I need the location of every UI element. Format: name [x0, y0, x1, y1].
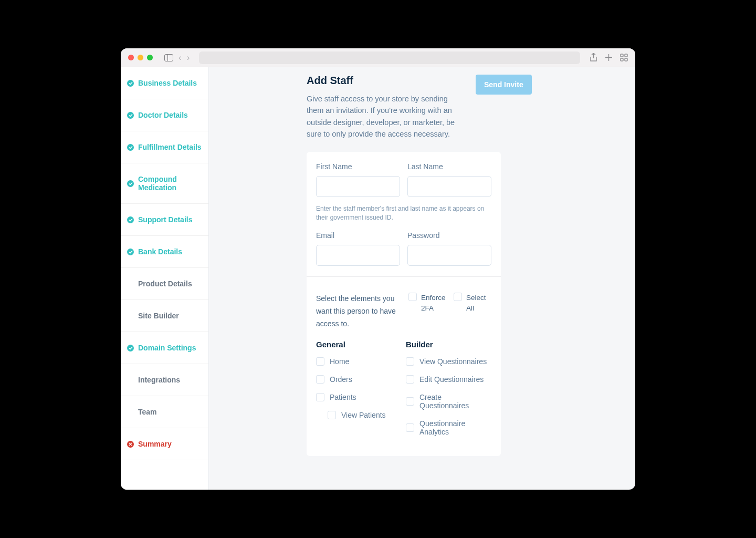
permission-group-builder: BuilderView QuestionnairesEdit Questionn…: [406, 340, 491, 446]
sidebar-item-label: Fulfillment Details: [138, 143, 202, 151]
permission-item: Questionnaire Analytics: [406, 419, 491, 436]
permission-item: Patients: [316, 393, 402, 401]
error-icon: [127, 441, 134, 448]
toolbar-right: [590, 53, 628, 62]
permission-checkbox[interactable]: [316, 357, 324, 366]
permission-checkbox[interactable]: [406, 397, 414, 406]
forward-button[interactable]: ›: [187, 53, 190, 62]
check-icon: [127, 112, 134, 119]
permission-group-title: General: [316, 340, 402, 349]
new-tab-icon[interactable]: [605, 54, 613, 61]
sidebar: Business DetailsDoctor DetailsFulfillmen…: [121, 67, 209, 490]
sidebar-item-label: Domain Settings: [138, 344, 196, 352]
sidebar-item-label: Integrations: [138, 376, 180, 384]
maximize-window-button[interactable]: [147, 55, 153, 60]
select-all-label: Select All: [466, 293, 491, 313]
tabs-overview-icon[interactable]: [620, 54, 628, 61]
permission-checkbox[interactable]: [328, 411, 336, 419]
sidebar-item-label: Product Details: [138, 280, 192, 288]
permission-item: Orders: [316, 375, 402, 384]
content-area: Business DetailsDoctor DetailsFulfillmen…: [121, 67, 635, 490]
sidebar-item-label: Bank Details: [138, 247, 182, 256]
toolbar-nav: ‹ ›: [164, 53, 190, 62]
permission-checkbox[interactable]: [406, 357, 414, 366]
enforce-2fa-checkbox[interactable]: [408, 293, 417, 301]
password-label: Password: [407, 231, 491, 240]
back-button[interactable]: ‹: [178, 53, 182, 62]
sidebar-item-bank-details[interactable]: Bank Details: [121, 236, 208, 268]
permission-label: View Questionnaires: [419, 357, 487, 366]
sidebar-item-label: Compound Medication: [138, 175, 202, 192]
sidebar-item-label: Team: [138, 408, 157, 416]
send-invite-button[interactable]: Send Invite: [476, 75, 532, 95]
permission-label: View Patients: [341, 411, 386, 419]
check-icon: [127, 249, 134, 255]
first-name-input[interactable]: [316, 176, 400, 197]
sidebar-item-support-details[interactable]: Support Details: [121, 204, 208, 236]
page-description: Give staff access to your store by sendi…: [307, 93, 459, 140]
permission-checkbox[interactable]: [406, 423, 414, 432]
check-icon: [127, 180, 134, 187]
check-icon: [127, 80, 134, 87]
password-input[interactable]: [407, 245, 491, 266]
main-panel: Add Staff Give staff access to your stor…: [209, 67, 635, 490]
sidebar-item-site-builder[interactable]: Site Builder: [121, 300, 208, 332]
sidebar-item-label: Site Builder: [138, 312, 179, 320]
share-icon[interactable]: [590, 53, 597, 62]
permission-checkbox[interactable]: [316, 393, 324, 401]
staff-form-card: First Name Last Name Enter the staff mem…: [307, 152, 501, 456]
address-bar[interactable]: [199, 51, 580, 64]
sidebar-item-label: Summary: [138, 440, 172, 448]
page-header: Add Staff Give staff access to your stor…: [307, 75, 614, 140]
permissions-header: Select the elements you want this person…: [307, 277, 501, 339]
sidebar-item-domain-settings[interactable]: Domain Settings: [121, 332, 208, 364]
sidebar-item-summary[interactable]: Summary: [121, 428, 208, 460]
permission-group-general: GeneralHomeOrdersPatientsView Patients: [316, 340, 402, 446]
email-input[interactable]: [316, 245, 400, 266]
enforce-2fa-label: Enforce 2FA: [421, 293, 446, 313]
permission-item: View Questionnaires: [406, 357, 491, 366]
sidebar-item-product-details[interactable]: Product Details: [121, 268, 208, 300]
email-label: Email: [316, 231, 400, 240]
svg-rect-2: [621, 58, 623, 61]
traffic-lights: [128, 55, 153, 60]
permission-label: Patients: [330, 393, 356, 401]
name-help-text: Enter the staff member's first and last …: [316, 204, 491, 222]
permission-checkbox[interactable]: [316, 375, 324, 384]
close-window-button[interactable]: [128, 55, 134, 60]
permission-group-title: Builder: [406, 340, 491, 349]
sidebar-item-integrations[interactable]: Integrations: [121, 364, 208, 396]
page-title: Add Staff: [307, 75, 459, 87]
sidebar-item-label: Support Details: [138, 215, 192, 224]
sidebar-item-compound-medication[interactable]: Compound Medication: [121, 163, 208, 204]
sidebar-item-business-details[interactable]: Business Details: [121, 67, 208, 99]
permission-item: Create Questionnaires: [406, 393, 491, 410]
first-name-label: First Name: [316, 162, 400, 171]
svg-rect-1: [625, 54, 627, 57]
sidebar-item-label: Business Details: [138, 79, 197, 87]
sidebar-item-doctor-details[interactable]: Doctor Details: [121, 99, 208, 131]
permission-label: Edit Questionnaires: [419, 375, 484, 384]
permission-label: Create Questionnaires: [419, 393, 491, 410]
permission-label: Questionnaire Analytics: [419, 419, 491, 436]
permissions-body: GeneralHomeOrdersPatientsView PatientsBu…: [307, 340, 501, 456]
minimize-window-button[interactable]: [138, 55, 143, 60]
app-window: ‹ › Business DetailsDoctor DetailsFulfil…: [121, 48, 635, 490]
permission-item: View Patients: [328, 411, 402, 419]
sidebar-item-label: Doctor Details: [138, 111, 188, 119]
permission-label: Home: [330, 357, 349, 366]
select-all-checkbox[interactable]: [454, 293, 462, 301]
sidebar-item-team[interactable]: Team: [121, 396, 208, 428]
permissions-instructions: Select the elements you want this person…: [316, 293, 401, 330]
check-icon: [127, 345, 134, 351]
svg-rect-0: [621, 54, 623, 57]
svg-rect-3: [625, 58, 627, 61]
last-name-input[interactable]: [407, 176, 491, 197]
check-icon: [127, 216, 134, 223]
sidebar-toggle-icon[interactable]: [164, 54, 173, 61]
sidebar-item-fulfillment-details[interactable]: Fulfillment Details: [121, 131, 208, 163]
permission-item: Edit Questionnaires: [406, 375, 491, 384]
last-name-label: Last Name: [407, 162, 491, 171]
permission-checkbox[interactable]: [406, 375, 414, 384]
permission-item: Home: [316, 357, 402, 366]
